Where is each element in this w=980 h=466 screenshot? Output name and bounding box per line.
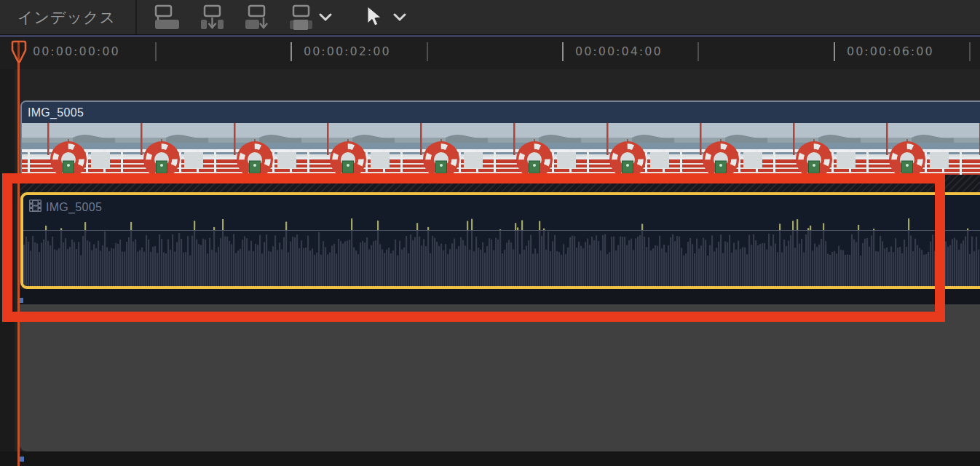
ruler-tick — [155, 42, 157, 61]
ruler-tick — [427, 42, 428, 61]
timeline-lane-background — [20, 304, 980, 451]
append-clip-icon[interactable] — [287, 4, 316, 31]
ruler-timecode: 00:00:04:00 — [575, 44, 663, 58]
ruler-timecode: 00:00:00:00 — [33, 44, 120, 58]
toolbar-divider — [135, 0, 137, 34]
clip-connection-handle-bottom[interactable] — [19, 457, 24, 462]
ruler-tick — [562, 42, 564, 61]
arrow-tool-icon[interactable] — [365, 6, 395, 33]
timeline-bottom-strip — [0, 451, 980, 466]
index-button[interactable]: インデックス — [17, 0, 116, 34]
ruler-tick — [698, 42, 699, 61]
playhead-handle-icon[interactable] — [9, 40, 28, 68]
window-accent-line — [0, 35, 980, 37]
ruler-timecode: 00:00:06:00 — [847, 44, 934, 58]
timeline-toolbar: インデックス — [0, 0, 980, 34]
ruler-timecode: 00:00:02:00 — [304, 44, 391, 58]
video-clip-title: IMG_5005 — [22, 102, 980, 123]
video-clip[interactable]: IMG_5005 — [20, 100, 980, 175]
ruler-tick — [969, 42, 971, 61]
insert-clip-icon[interactable] — [198, 4, 227, 31]
video-filmstrip-thumbnails — [22, 123, 980, 175]
tools-menu-chevron-icon[interactable] — [393, 12, 406, 25]
overwrite-clip-icon[interactable] — [242, 4, 272, 31]
connect-clip-icon[interactable] — [153, 4, 182, 31]
edit-options-chevron-icon[interactable] — [319, 12, 332, 25]
annotation-rectangle — [2, 173, 945, 322]
fcp-timeline-window: インデックス — [0, 0, 980, 466]
ruler-tick — [834, 42, 835, 61]
ruler-tick — [291, 42, 292, 61]
timeline-ruler[interactable]: 00:00:00:0000:00:02:0000:00:04:0000:00:0… — [0, 37, 980, 69]
